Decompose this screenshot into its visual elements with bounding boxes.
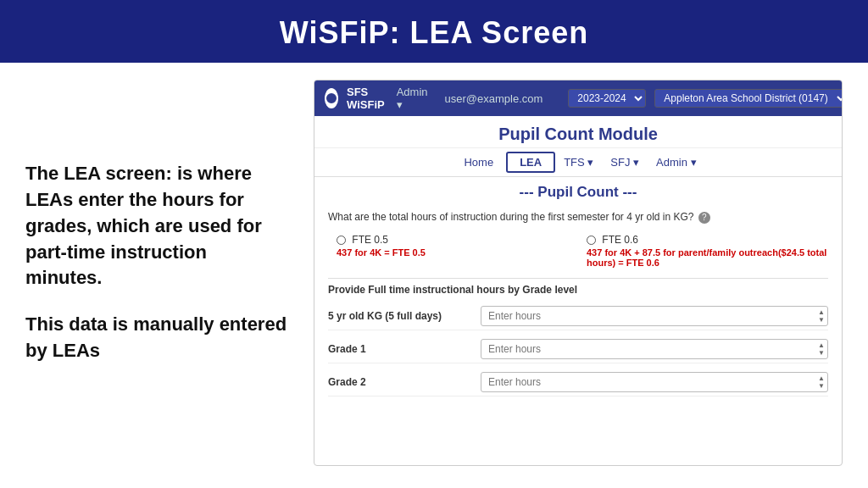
fte2-label: FTE 0.6 (587, 234, 828, 246)
spinner-2[interactable]: ▲▼ (818, 374, 825, 389)
fte1-detail: 437 for 4K = FTE 0.5 (337, 247, 578, 258)
fte-option-2: FTE 0.6 437 for 4K + 87.5 for parent/fam… (578, 230, 828, 271)
module-header: Pupil Count Module (314, 116, 842, 148)
fte-question-text: What are the total hours of instruction … (328, 211, 694, 223)
hours-input-0[interactable] (481, 306, 828, 326)
fte-question: What are the total hours of instruction … (328, 211, 828, 224)
grade-row: Grade 2▲▼ (328, 369, 828, 396)
header-banner: WiSFiP: LEA Screen (0, 0, 868, 63)
spinner-down-2[interactable]: ▼ (818, 382, 825, 389)
spinner-0[interactable]: ▲▼ (818, 308, 825, 323)
main-content: The LEA screen: is where LEAs enter the … (0, 63, 868, 483)
fte-options: FTE 0.5 437 for 4K = FTE 0.5 FTE 0.6 437… (328, 230, 828, 271)
header-title: WiSFiP: LEA Screen (280, 15, 588, 50)
hours-input-wrap-2: ▲▼ (481, 372, 828, 392)
spinner-up-1[interactable]: ▲ (818, 341, 825, 348)
grade-section-title: Provide Full time instructional hours by… (328, 284, 828, 296)
spinner-1[interactable]: ▲▼ (818, 341, 825, 356)
district-select[interactable]: Appleton Area School District (0147) (654, 89, 843, 108)
left-panel: The LEA screen: is where LEAs enter the … (25, 80, 314, 466)
tab-lea[interactable]: LEA (506, 152, 555, 173)
grade-row: Grade 1▲▼ (328, 336, 828, 363)
tab-sfj[interactable]: SFJ ▾ (602, 153, 648, 171)
fte1-radio[interactable] (337, 236, 346, 245)
description-paragraph-2: This data is manually entered by LEAs (25, 312, 288, 364)
right-panel: SFS WiSFiP Admin ▾ user@example.com 2023… (314, 80, 843, 466)
section-divider (328, 278, 828, 279)
spinner-down-1[interactable]: ▼ (818, 349, 825, 356)
pupil-count-title: --- Pupil Count --- (314, 177, 842, 206)
app-header: SFS WiSFiP Admin ▾ user@example.com 2023… (314, 80, 842, 116)
info-icon[interactable]: ? (698, 212, 710, 224)
year-select[interactable]: 2023-2024 (568, 89, 646, 108)
grade-label-0: 5 yr old KG (5 full days) (328, 310, 481, 322)
fte2-radio[interactable] (587, 236, 596, 245)
grade-label-2: Grade 2 (328, 376, 481, 388)
spinner-down-0[interactable]: ▼ (818, 316, 825, 323)
tab-tfs[interactable]: TFS ▾ (555, 153, 602, 171)
description-paragraph-1: The LEA screen: is where LEAs enter the … (25, 161, 288, 291)
hours-input-1[interactable] (481, 339, 828, 359)
spinner-up-0[interactable]: ▲ (818, 308, 825, 315)
tab-admin[interactable]: Admin ▾ (648, 153, 704, 171)
hours-input-wrap-1: ▲▼ (481, 339, 828, 359)
app-logo-inner (325, 92, 338, 105)
module-title: Pupil Count Module (498, 125, 658, 143)
grade-label-1: Grade 1 (328, 343, 481, 355)
fte1-label: FTE 0.5 (337, 234, 578, 246)
hours-input-2[interactable] (481, 372, 828, 392)
grade-rows: 5 yr old KG (5 full days)▲▼Grade 1▲▼Grad… (328, 302, 828, 396)
nav-tabs: Home LEA TFS ▾ SFJ ▾ Admin ▾ (314, 148, 842, 177)
fte-option-1: FTE 0.5 437 for 4K = FTE 0.5 (328, 230, 578, 271)
admin-menu[interactable]: Admin ▾ (397, 86, 428, 111)
hours-input-wrap-0: ▲▼ (481, 306, 828, 326)
spinner-up-2[interactable]: ▲ (818, 374, 825, 381)
tab-home[interactable]: Home (451, 152, 506, 172)
grade-row: 5 yr old KG (5 full days)▲▼ (328, 302, 828, 330)
app-name: SFS WiSFiP (347, 86, 385, 111)
app-logo (325, 88, 338, 108)
fte2-detail: 437 for 4K + 87.5 for parent/family outr… (587, 247, 828, 268)
fte-section: What are the total hours of instruction … (314, 206, 842, 407)
user-label: user@example.com (445, 92, 543, 105)
